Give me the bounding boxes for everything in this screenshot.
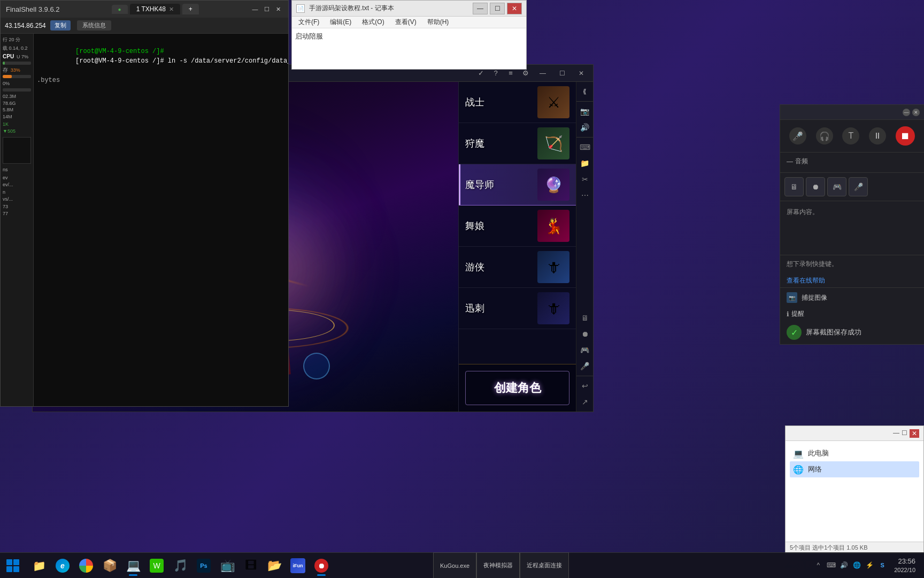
nox-dots-icon[interactable]: ⋯ (578, 188, 592, 203)
start-button[interactable] (0, 553, 26, 579)
taskbar-app-10[interactable]: 🎞 (240, 554, 262, 577)
taskbar-app-11[interactable]: 📂 (263, 554, 286, 577)
mem-row: 存 33% (3, 66, 31, 74)
tray-chevron[interactable]: ^ (813, 560, 823, 571)
nox-scissors-icon[interactable]: ✂ (578, 172, 592, 187)
dancer-name: 舞娘 (465, 219, 537, 232)
mic-button[interactable]: 🎤 (789, 127, 806, 144)
np-menu-view[interactable]: 查看(V) (391, 17, 421, 28)
np-maximize[interactable]: ☐ (490, 3, 505, 14)
wechat-icon: W (150, 559, 164, 573)
char-item-warrior[interactable]: 战士 ⚔ (459, 82, 576, 123)
taskbar-app-wechat[interactable]: W (145, 554, 168, 577)
char-item-ranger[interactable]: 游侠 🗡 (459, 247, 576, 288)
capture-label[interactable]: 捕捉图像 (802, 293, 827, 302)
notepad-content[interactable]: 启动陪服 (292, 28, 526, 69)
nox-camera-icon[interactable]: 📷 (578, 104, 592, 119)
taskbar-app-9[interactable]: 📺 (216, 554, 238, 577)
taskbar-clock[interactable]: 23:56 2022/10 (890, 557, 920, 575)
close-button[interactable]: ✕ (274, 5, 283, 13)
tab-status: ● (112, 5, 128, 14)
tray-battery[interactable]: ⚡ (864, 560, 875, 571)
chrome-icon (79, 559, 93, 573)
text-button[interactable]: T (842, 127, 859, 144)
tab-txhk48[interactable]: 1 TXHK48 ✕ (130, 4, 180, 14)
tab-add[interactable]: + (182, 4, 199, 14)
np-close[interactable]: ✕ (507, 3, 522, 14)
finalshell-window: FinalShell 3.9.6.2 ● 1 TXHK48 ✕ + — ☐ ✕ (0, 0, 289, 407)
pause-button[interactable]: ⏸ (869, 127, 886, 144)
clock-time: 23:56 (894, 557, 915, 566)
record-minimize[interactable]: — (903, 109, 910, 116)
nox-maximize[interactable]: ☐ (555, 67, 569, 79)
nox-volume-icon[interactable]: 🔊 (578, 120, 592, 135)
record-close[interactable]: ✕ (912, 109, 920, 116)
maximize-button[interactable]: ☐ (263, 5, 271, 13)
headphone-button[interactable]: 🎧 (816, 127, 833, 144)
tool-record2[interactable]: ⏺ (806, 177, 825, 196)
taskbar-app-ifun[interactable]: iFun (287, 554, 309, 577)
taskbar-app-record[interactable]: ⏺ (310, 554, 333, 577)
explorer-minimize[interactable]: — (893, 429, 899, 438)
tool-gamepad[interactable]: 🎮 (827, 177, 846, 196)
taskbar-apps: 📁 e 📦 💻 W 🎵 (26, 554, 808, 577)
taskbar-app-ps[interactable]: Ps (192, 554, 215, 577)
nox-folder-icon[interactable]: 📁 (578, 156, 592, 171)
nox-keyboard-icon[interactable]: ⌨ (578, 140, 592, 155)
bottom-label-kugou[interactable]: KuGou.exe (433, 552, 476, 578)
taskbar-app-vbox[interactable]: 📦 (98, 554, 121, 577)
taskbar-app-edge[interactable]: e (51, 554, 74, 577)
taskbar-app-folder[interactable]: 📁 (28, 554, 50, 577)
char-item-assassin[interactable]: 迅刺 🗡 (459, 288, 576, 329)
tray-network[interactable]: 🌐 (851, 560, 862, 571)
nox-export-icon[interactable]: ↗ (578, 394, 592, 409)
explorer-item-network[interactable]: 🌐 网络 (790, 461, 919, 477)
tray-volume[interactable]: 🔊 (838, 560, 849, 571)
nox-record-icon[interactable]: ⏺ (578, 326, 592, 341)
minimize-button[interactable]: — (251, 5, 259, 13)
hunter-name: 狩魔 (465, 137, 537, 150)
nox-back-icon[interactable]: ↩ (578, 378, 592, 393)
desktop: FinalShell 3.9.6.2 ● 1 TXHK48 ✕ + — ☐ ✕ (0, 0, 924, 578)
np-minimize[interactable]: — (473, 3, 488, 14)
bottom-label-rdp[interactable]: 近程桌面连接 (520, 552, 569, 578)
np-menu-help[interactable]: 帮助(H) (423, 17, 453, 28)
tool-monitor[interactable]: 🖥 (784, 177, 804, 196)
bottom-label-nox[interactable]: 夜神模拟器 (476, 552, 520, 578)
tray-360[interactable]: S (877, 560, 888, 571)
nox-expand-icon[interactable]: ⟪ (578, 84, 592, 99)
nox-close[interactable]: ✕ (574, 67, 589, 79)
computer-icon: 💻 (793, 448, 804, 459)
taskbar-app-chrome[interactable] (75, 554, 97, 577)
nox-minimize[interactable]: — (535, 67, 550, 79)
record-stop-button[interactable]: ⏹ (896, 126, 915, 146)
mage-portrait: 🔮 (537, 169, 569, 201)
create-character-button[interactable]: 创建角色 (465, 371, 569, 405)
explorer-maximize[interactable]: ☐ (902, 429, 907, 438)
net-up: ▼505 (3, 128, 31, 135)
nox-screen-icon[interactable]: 🖥 (578, 310, 592, 325)
char-item-hunter[interactable]: 狩魔 🏹 (459, 123, 576, 164)
np-menu-format[interactable]: 格式(O) (358, 17, 388, 28)
np-menu-edit[interactable]: 编辑(E) (326, 17, 356, 28)
char-select-panel: 战士 ⚔ 狩魔 🏹 魔导师 🔮 (458, 82, 576, 412)
success-message: 屏幕截图保存成功 (806, 328, 861, 337)
copy-button[interactable]: 复制 (50, 20, 71, 31)
help-link[interactable]: 查看在线帮助 (787, 277, 825, 284)
char-item-mage[interactable]: 魔导师 🔮 (459, 164, 576, 206)
tool-mic2[interactable]: 🎤 (849, 177, 868, 196)
np-menu-file[interactable]: 文件(F) (294, 17, 324, 28)
taskbar-app-7[interactable]: 🎵 (169, 554, 191, 577)
taskbar-app-computer[interactable]: 💻 (122, 554, 144, 577)
sysinfo-button[interactable]: 系统信息 (77, 20, 111, 31)
explorer-close[interactable]: ✕ (910, 429, 919, 438)
nox-mic-icon[interactable]: 🎤 (578, 359, 592, 374)
char-item-dancer[interactable]: 舞娘 💃 (459, 206, 576, 247)
hint-row: ℹ 提醒 (780, 307, 924, 321)
explorer-item-computer[interactable]: 💻 此电脑 (790, 445, 919, 461)
tray-keyboard[interactable]: ⌨ (826, 560, 836, 571)
fs-terminal[interactable]: [root@VM-4-9-centos /]# [root@VM-4-9-cen… (34, 34, 288, 406)
nox-gamepad-icon[interactable]: 🎮 (578, 343, 592, 358)
net-io-row: 1K ▼505 (3, 121, 31, 134)
tab-close-icon[interactable]: ✕ (169, 6, 174, 13)
